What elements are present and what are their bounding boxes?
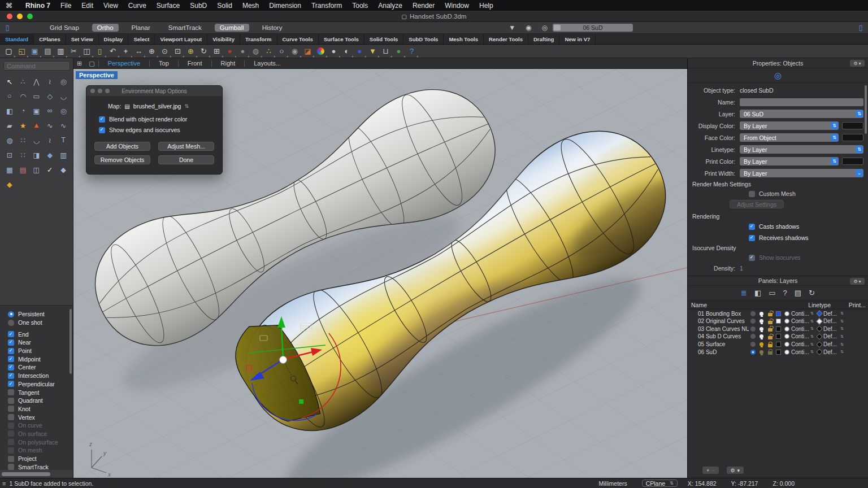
- checkbox-icon[interactable]: [99, 127, 105, 133]
- print-color-diamond[interactable]: [816, 311, 822, 317]
- checkbox-icon[interactable]: [8, 348, 14, 354]
- checkbox-icon[interactable]: [8, 331, 14, 337]
- mode-toggle[interactable]: Gumball: [215, 24, 249, 32]
- current-layer-radio[interactable]: [750, 319, 756, 324]
- checkbox-icon[interactable]: [8, 356, 14, 362]
- undo-icon[interactable]: ↶: [106, 46, 119, 57]
- toolbar-tab[interactable]: Drafting: [528, 34, 559, 44]
- paste-icon[interactable]: ▯: [93, 46, 106, 57]
- layer-lock-icon[interactable]: [768, 351, 772, 355]
- explode-tool[interactable]: ★: [16, 119, 30, 132]
- menu-item[interactable]: Rhino 7: [20, 2, 55, 10]
- checkbox-icon[interactable]: [8, 464, 14, 470]
- chain-tool[interactable]: ∿: [57, 119, 70, 132]
- menu-item[interactable]: Transform: [306, 2, 347, 10]
- layer-row[interactable]: 06 SuD Conti... ⇅ Def... ⇅: [688, 348, 868, 356]
- radio-icon[interactable]: [8, 311, 14, 317]
- color-swatch[interactable]: [842, 158, 863, 165]
- dialog-title-bar[interactable]: Environment Map Options: [86, 86, 222, 96]
- print-color-diamond[interactable]: [816, 318, 822, 324]
- surface-tool[interactable]: ◧: [3, 104, 16, 117]
- dialog-checkbox-row[interactable]: Show edges and isocurves: [99, 126, 222, 134]
- layers-gear-button[interactable]: ⚙ ▾: [850, 278, 865, 285]
- layer-material-icon[interactable]: [784, 326, 789, 332]
- rotate-view-icon[interactable]: ↻: [197, 46, 210, 57]
- osnap-check-row[interactable]: Tangent: [8, 388, 73, 396]
- osnap-check-row[interactable]: SmartTrack: [8, 463, 73, 471]
- copy-surface-tool[interactable]: ◨: [30, 149, 44, 161]
- stepper-icon[interactable]: ⇅: [810, 334, 815, 339]
- toolbar-tab[interactable]: CPlanes: [34, 34, 66, 44]
- target-icon[interactable]: ◎: [542, 24, 548, 32]
- layer-row[interactable]: 03 Clean Curves NU... Conti... ⇅ Def... …: [688, 325, 868, 333]
- save-icon[interactable]: ▣: [28, 46, 41, 57]
- dialog-checkbox-row[interactable]: Blend with object render color: [99, 115, 222, 124]
- property-dropdown[interactable]: By Layer ⇅: [740, 157, 839, 165]
- select-tool[interactable]: ↖: [3, 75, 16, 88]
- checkbox-icon[interactable]: [8, 373, 14, 379]
- properties-tab-icon[interactable]: ◧: [754, 289, 761, 297]
- zoom-selected-icon[interactable]: ⊕: [184, 46, 197, 57]
- properties-gear-button[interactable]: ⚙ ▾: [850, 60, 865, 67]
- box-tool[interactable]: ▣: [30, 104, 44, 117]
- twist-tool[interactable]: ≀: [43, 134, 57, 146]
- layer-color-swatch[interactable]: [776, 326, 781, 332]
- layer-material-icon[interactable]: [784, 350, 789, 355]
- export-icon[interactable]: ▥: [54, 46, 67, 57]
- checkbox-icon[interactable]: [8, 398, 14, 404]
- print-icon[interactable]: ▤: [41, 46, 54, 57]
- custom-mesh-row[interactable]: Custom Mesh: [749, 190, 863, 197]
- left-panel-icon[interactable]: ▯: [0, 24, 15, 32]
- layer-visibility-bulb-icon[interactable]: [760, 334, 763, 338]
- checkbox-icon[interactable]: [8, 339, 14, 346]
- print-color-diamond[interactable]: [816, 333, 822, 339]
- checkbox-icon[interactable]: [8, 389, 14, 395]
- scatter-tool[interactable]: ∷: [16, 149, 30, 161]
- toolbar-tab[interactable]: Set View: [66, 34, 99, 44]
- dialog-button[interactable]: Adjust Mesh...: [158, 142, 214, 151]
- checkbox-icon[interactable]: [8, 406, 14, 412]
- layer-lock-icon[interactable]: [768, 344, 772, 347]
- object-properties-tab-icon[interactable]: ◎: [774, 71, 782, 81]
- layer-lock-icon[interactable]: [768, 336, 772, 339]
- point-display-icon[interactable]: ∴: [262, 46, 275, 57]
- stepper-icon[interactable]: ⇅: [831, 122, 838, 129]
- join-tool[interactable]: ∿: [43, 119, 57, 132]
- checkbox-icon[interactable]: [8, 456, 14, 462]
- osnap-check-row[interactable]: Near: [8, 338, 73, 347]
- layer-lock-icon[interactable]: [768, 321, 772, 324]
- property-dropdown[interactable]: From Object ⇅: [740, 133, 839, 142]
- solid-tool[interactable]: ◆: [43, 149, 57, 161]
- toolbar-tab[interactable]: Visibility: [207, 34, 240, 44]
- layer-options-button[interactable]: ⚙ ▾: [727, 467, 744, 474]
- freeform-tool[interactable]: ◡: [57, 90, 70, 102]
- add-layer-button[interactable]: + −: [702, 467, 719, 474]
- toolbar-tab[interactable]: Display: [99, 34, 129, 44]
- layer-color-swatch[interactable]: [776, 350, 781, 355]
- stepper-icon[interactable]: ⇅: [831, 134, 838, 141]
- sphere-shiny-icon[interactable]: ◐: [340, 46, 353, 57]
- osnap-scrollbar[interactable]: [70, 309, 72, 374]
- print-color-diamond[interactable]: [816, 326, 822, 332]
- layer-material-icon[interactable]: [784, 334, 789, 339]
- zoom-window-icon[interactable]: ⊡: [171, 46, 184, 57]
- current-layer-radio[interactable]: [750, 334, 756, 339]
- density-value[interactable]: 1: [740, 265, 743, 272]
- menu-item[interactable]: Dimension: [264, 2, 306, 10]
- property-dropdown[interactable]: 06 SuD ⇅: [740, 110, 863, 118]
- move-icon[interactable]: ↔: [132, 46, 145, 57]
- layer-visibility-bulb-icon[interactable]: [760, 350, 763, 354]
- menu-item[interactable]: Render: [407, 2, 440, 10]
- shaded-view-icon[interactable]: ◍: [249, 46, 262, 57]
- rendering-checkbox-row[interactable]: Receives shadows: [749, 234, 863, 242]
- polyline-tool[interactable]: ⋀: [30, 75, 44, 88]
- point-tool[interactable]: ∴: [16, 75, 30, 88]
- plane-tool[interactable]: ▰: [3, 119, 16, 132]
- patch-tool[interactable]: ◔: [16, 104, 30, 117]
- units-indicator[interactable]: Millimeters: [598, 480, 627, 487]
- osnap-check-row[interactable]: Center: [8, 363, 73, 372]
- mode-toggle[interactable]: Planar: [127, 24, 155, 32]
- cut-icon[interactable]: ✂: [67, 46, 80, 57]
- sphere-matte-icon[interactable]: ●: [327, 46, 340, 57]
- toolbar-tab[interactable]: Select: [128, 34, 155, 44]
